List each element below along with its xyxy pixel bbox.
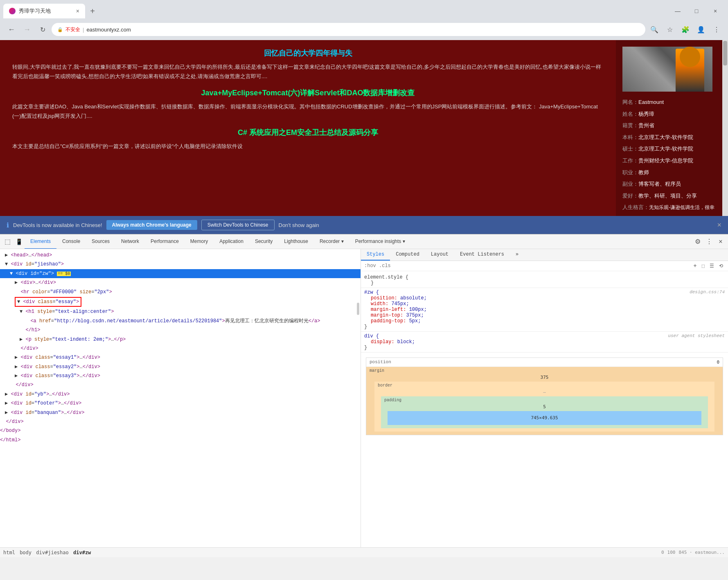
article2-title: Java+MyEclipse+Tomcat(六)详解Servlet和DAO数据库…: [12, 88, 604, 98]
dont-show-again-button[interactable]: Don't show again: [279, 222, 319, 228]
devtools-settings-icon[interactable]: ⚙: [692, 236, 703, 247]
website-viewport: 回忆自己的大学四年得与失 转眼间,大学四年就过去了,我一直在犹豫到底要不要写一篇…: [0, 40, 728, 216]
bookmark-icon[interactable]: ☆: [663, 23, 676, 36]
profile-job-label: 职业：: [622, 169, 638, 175]
devtools-more-icon[interactable]: ⋮: [703, 236, 715, 247]
website-left: 回忆自己的大学四年得与失 转眼间,大学四年就过去了,我一直在犹豫到底要不要写一篇…: [0, 40, 616, 216]
profile-name-label: 网名：: [622, 99, 638, 105]
website-right: 网名：Eastmount 姓名：杨秀璋 籍贯：贵州省 本科：北京理工大学-软件学…: [616, 40, 722, 216]
profile-work-label: 工作：: [622, 157, 638, 164]
devtools-body: ▶ <head>…</head> ▼ <div id="jieshao"> ▼ …: [0, 249, 728, 547]
devtools-close-icon[interactable]: ×: [715, 236, 726, 247]
tab-console[interactable]: Console: [56, 234, 86, 249]
tab-application[interactable]: Application: [214, 234, 249, 249]
elements-panel: ▶ <head>…</head> ▼ <div id="jieshao"> ▼ …: [0, 249, 361, 547]
style-rules-container: element.style { } #zw { design.css:74 po…: [361, 271, 728, 547]
inspector-icon[interactable]: ⬚: [2, 236, 13, 247]
security-label: 不安全: [65, 26, 80, 33]
profile-hobby-value: 教学、科研、项目、分享: [638, 193, 697, 199]
active-tab[interactable]: 秀璋学习天地 ×: [3, 4, 85, 18]
profile-origin-value: 贵州省: [638, 122, 654, 128]
tab-recorder[interactable]: Recorder ▾: [314, 234, 349, 249]
profile-undergrad-label: 本科：: [622, 134, 638, 140]
styles-copy-icon[interactable]: ⬚: [700, 263, 706, 269]
tab-sources[interactable]: Sources: [86, 234, 115, 249]
article2-content: 此篇文章主要讲述DAO、Java Bean和Servlet实现操作数据库、扒链接…: [12, 102, 604, 121]
box-padding-area: padding 5 745×49.635: [381, 396, 708, 428]
breadcrumb-jieshao[interactable]: div#jieshao: [36, 550, 68, 555]
new-tab-button[interactable]: +: [87, 5, 98, 17]
content-dimensions: 745×49.635: [531, 415, 558, 420]
breadcrumb-sep1: [16, 550, 19, 555]
tree-line-body-close: </body>: [0, 426, 361, 435]
extension-icon[interactable]: 🧩: [679, 23, 692, 36]
tab-security[interactable]: Security: [249, 234, 278, 249]
div-source: user agent stylesheet: [668, 333, 725, 339]
tree-line-yb: ▶ <div id="yb">…</div>: [0, 390, 361, 399]
tab-favicon: [9, 8, 16, 14]
forward-button[interactable]: →: [20, 23, 34, 36]
styles-tab-styles[interactable]: Styles: [361, 249, 390, 261]
bottom-ruler-right: 845 · eastmoun...: [678, 550, 725, 555]
back-button[interactable]: ←: [5, 23, 18, 36]
article3-title: C# 系统应用之EM安全卫士总结及源码分享: [12, 128, 604, 137]
profile-name-value: Eastmount: [638, 99, 664, 105]
tab-elements[interactable]: Elements: [25, 234, 56, 249]
styles-inspect-icon[interactable]: ☰: [708, 263, 716, 269]
tree-line-hr: <hr color="#FF0000" size="2px">: [0, 288, 361, 297]
breadcrumb-body[interactable]: body: [20, 550, 32, 555]
win-minimize-button[interactable]: —: [668, 5, 687, 17]
tree-line-essay2: ▶ <div class="essay2">…</div>: [0, 362, 361, 371]
elements-scrollbar[interactable]: [356, 249, 360, 384]
tree-line-p: ▶ <p style="text-indent: 2em;">…</p>: [0, 335, 361, 344]
search-icon[interactable]: 🔍: [648, 23, 661, 36]
page-scrollbar[interactable]: [722, 40, 728, 216]
article1-content: 转眼间,大学四年就过去了,我一直在犹豫到底要不要写一篇文章来回忆自己大学四年的所…: [12, 62, 604, 81]
device-icon[interactable]: 📱: [13, 236, 25, 247]
match-language-button[interactable]: Always match Chrome's language: [106, 220, 197, 230]
tree-line-div-close1: </div>: [0, 344, 361, 353]
styles-tab-event-listeners[interactable]: Event Listeners: [454, 249, 510, 261]
devtools-panel: ⬚ 📱 Elements Console Sources Network Per…: [0, 234, 728, 557]
win-close-button[interactable]: ×: [706, 5, 725, 17]
tab-network[interactable]: Network: [115, 234, 145, 249]
tab-memory[interactable]: Memory: [185, 234, 214, 249]
tree-line-footer: ▶ <div id="footer">…</div>: [0, 399, 361, 408]
tree-line-a: <a href="http://blog.csdn.net/eastmount/…: [0, 317, 361, 326]
styles-filter-input[interactable]: [364, 263, 690, 269]
html-tree: ▶ <head>…</head> ▼ <div id="jieshao"> ▼ …: [0, 249, 361, 547]
devtools-breadcrumb-bar: html body div#jieshao div#zw 0 100 845 ·…: [0, 547, 728, 557]
breadcrumb-zw[interactable]: div#zw: [73, 550, 91, 555]
styles-panel: Styles Computed Layout Event Listeners »…: [361, 249, 728, 547]
position-label: position: [370, 360, 391, 365]
styles-refresh-icon[interactable]: ⟲: [717, 263, 725, 269]
box-position-row: position 0: [366, 358, 723, 367]
tab-lighthouse[interactable]: Lighthouse: [278, 234, 314, 249]
menu-icon[interactable]: ⋮: [710, 23, 723, 36]
styles-tab-computed[interactable]: Computed: [390, 249, 425, 261]
tree-line-essay[interactable]: ▼ <div class="essay">: [0, 297, 361, 307]
breadcrumb-html[interactable]: html: [3, 550, 15, 555]
profile-work-value: 贵州财经大学-信息学院: [638, 157, 693, 164]
notification-text: DevTools is now available in Chinese!: [13, 222, 102, 228]
styles-tab-more[interactable]: »: [510, 249, 524, 261]
profile-master-value: 北京理工大学-软件学院: [638, 146, 693, 152]
url-bar[interactable]: 🔒 不安全 | eastmountyxz.com: [52, 23, 645, 36]
notification-close-button[interactable]: ×: [717, 221, 721, 229]
switch-language-button[interactable]: Switch DevTools to Chinese: [201, 220, 275, 230]
box-margin-area: margin 375 border –: [366, 367, 723, 435]
tab-performance[interactable]: Performance: [145, 234, 185, 249]
styles-tab-layout[interactable]: Layout: [425, 249, 454, 261]
tree-line-div-close2: </div>: [0, 380, 361, 389]
styles-add-icon[interactable]: +: [692, 263, 698, 269]
tree-line-zw[interactable]: ▼ <div id="zw"> == $0: [0, 269, 361, 278]
tree-line-banquan: ▶ <div id="banquan">…</div>: [0, 408, 361, 417]
profile-master-label: 硕士：: [622, 146, 638, 152]
refresh-button[interactable]: ↻: [36, 23, 49, 36]
box-border-area: border – padding 5: [374, 382, 714, 432]
tab-close-button[interactable]: ×: [76, 8, 79, 14]
tree-line-jieshao: ▼ <div id="jieshao">: [0, 260, 361, 269]
win-maximize-button[interactable]: □: [687, 5, 706, 17]
styles-tab-bar: Styles Computed Layout Event Listeners »: [361, 249, 728, 261]
profile-icon[interactable]: 👤: [694, 23, 708, 36]
